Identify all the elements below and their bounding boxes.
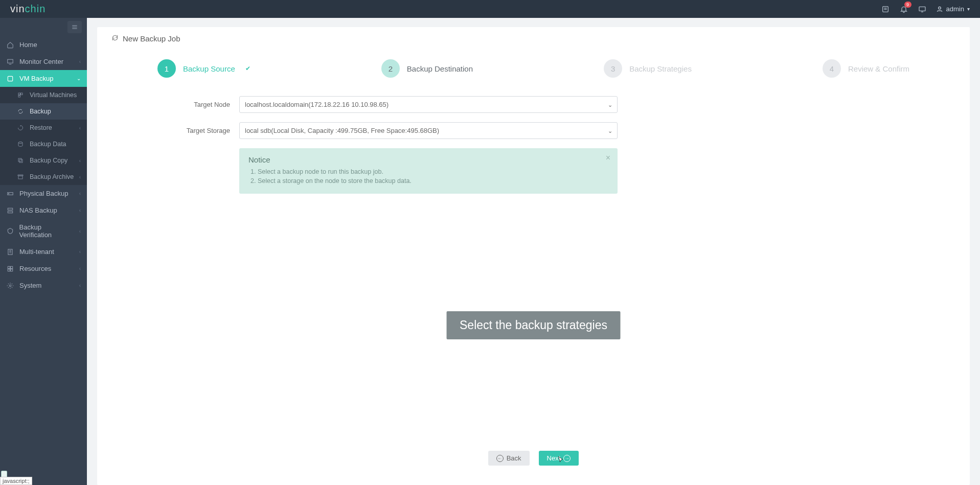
step-number: 4 (823, 59, 841, 78)
sidebar-item-backuparchive[interactable]: Backup Archive ‹ (0, 169, 87, 185)
chevron-icon: ‹ (79, 228, 81, 234)
step-label: Backup Strategies (629, 64, 692, 73)
verify-icon (6, 227, 14, 235)
check-icon: ✔ (245, 65, 250, 72)
logo-part2: chin (25, 3, 46, 15)
sidebar-item-resources[interactable]: Resources ‹ (0, 260, 87, 277)
resources-icon (6, 265, 14, 272)
svg-rect-3 (8, 59, 13, 63)
sidebar-item-restore[interactable]: Restore ‹ (0, 120, 87, 136)
chevron-icon: ‹ (79, 207, 81, 213)
chevron-icon: ‹ (79, 174, 81, 180)
footer-buttons: ← Back Next → (111, 442, 955, 478)
copy-icon (16, 157, 25, 164)
target-node-select[interactable]: localhost.localdomain(172.18.22.16 10.10… (239, 96, 618, 113)
svg-point-2 (938, 7, 941, 9)
chevron-icon: ‹ (79, 249, 81, 255)
arrow-left-icon: ← (496, 455, 504, 462)
refresh-icon (16, 108, 25, 114)
logo[interactable]: vinchin (10, 3, 45, 15)
sidebar-label: Restore (30, 124, 52, 131)
sidebar-item-vms[interactable]: Virtual Machines (0, 87, 87, 103)
svg-point-21 (9, 285, 11, 287)
row-target-node: Target Node localhost.localdomain(172.18… (157, 96, 909, 113)
refresh-icon[interactable] (111, 34, 119, 43)
step-number: 3 (604, 59, 622, 78)
target-node-label: Target Node (157, 101, 239, 108)
sidebar-item-monitor[interactable]: Monitor Center ‹ (0, 53, 87, 70)
chevron-icon: ‹ (79, 158, 81, 164)
sidebar-item-vmbackup[interactable]: VM Backup ⌄ (0, 70, 87, 87)
sidebar-label: Backup Copy (30, 157, 67, 164)
svg-rect-19 (8, 269, 10, 271)
sidebar-item-nas[interactable]: NAS Backup ‹ (0, 202, 87, 219)
sidebar-item-verification[interactable]: Backup Verification ‹ (0, 219, 87, 243)
chevron-icon: ‹ (79, 283, 81, 288)
nas-icon (6, 207, 14, 214)
svg-rect-15 (8, 211, 12, 213)
arrow-right-icon: → (563, 455, 571, 462)
svg-rect-1 (919, 7, 925, 11)
sidebar-label: Virtual Machines (30, 91, 77, 99)
next-label: Next (547, 454, 561, 462)
data-icon (16, 141, 25, 147)
sidebar-label: Backup Data (30, 141, 66, 148)
tenant-icon (6, 248, 14, 256)
row-target-storage: Target Storage local sdb(Local Disk, Cap… (157, 122, 909, 139)
notification-badge: 9 (904, 2, 911, 8)
bell-icon[interactable]: 9 (899, 5, 908, 14)
notice-line2: 2. Select a storage on the node to store… (250, 177, 608, 184)
vms-icon (16, 92, 25, 98)
chevron-icon: ‹ (79, 266, 81, 271)
step-3[interactable]: 3 Backup Strategies (604, 59, 692, 78)
svg-rect-9 (19, 159, 22, 163)
panel: New Backup Job 1 Backup Source ✔ 2 Backu… (97, 27, 970, 485)
username: admin (946, 5, 964, 13)
step-4[interactable]: 4 Review & Confirm (823, 59, 909, 78)
sidebar-toggle[interactable] (67, 21, 82, 33)
next-button[interactable]: Next → (539, 451, 579, 466)
screen-icon[interactable] (918, 5, 927, 14)
sidebar-label: VM Backup (19, 75, 53, 82)
page-title: New Backup Job (123, 34, 180, 43)
status-bar-hint: javascript:; (0, 477, 32, 485)
back-button[interactable]: ← Back (488, 451, 530, 466)
sidebar-label: NAS Backup (19, 206, 57, 214)
sidebar-label: Backup Verification (19, 223, 74, 239)
chevron-icon: ‹ (79, 191, 81, 196)
sidebar-label: Backup Archive (30, 173, 74, 180)
logo-part1: vin (10, 3, 25, 15)
topbar: vinchin 9 admin ▾ (0, 0, 980, 18)
step-2[interactable]: 2 Backup Destination (381, 59, 473, 78)
sidebar-item-system[interactable]: System ‹ (0, 277, 87, 294)
notice-box: × Notice 1. Select a backup node to run … (239, 148, 618, 194)
svg-point-8 (18, 142, 22, 144)
target-storage-select[interactable]: local sdb(Local Disk, Capacity :499.75GB… (239, 122, 618, 139)
tasks-icon[interactable] (881, 5, 890, 14)
svg-rect-6 (21, 93, 23, 95)
sidebar-label: Multi-tenant (19, 248, 54, 256)
chevron-icon: ‹ (79, 125, 81, 131)
chevron-down-icon: ⌄ (77, 76, 81, 81)
sidebar-item-backupdata[interactable]: Backup Data (0, 136, 87, 152)
sidebar: Home Monitor Center ‹ VM Backup ⌄ Virtua… (0, 18, 87, 485)
panel-title-row: New Backup Job (111, 34, 955, 49)
sidebar-item-backup[interactable]: Backup (0, 103, 87, 120)
step-label: Review & Confirm (848, 64, 909, 73)
user-menu[interactable]: admin ▾ (936, 5, 970, 13)
step-label: Backup Destination (407, 64, 473, 73)
sidebar-item-physical[interactable]: Physical Backup ‹ (0, 185, 87, 202)
monitor-icon (6, 58, 14, 65)
target-storage-label: Target Storage (157, 127, 239, 134)
step-label: Backup Source (183, 64, 235, 73)
sidebar-label: Monitor Center (19, 58, 63, 65)
svg-rect-17 (8, 266, 10, 268)
close-icon[interactable]: × (606, 153, 610, 163)
archive-icon (16, 174, 25, 180)
svg-point-13 (9, 193, 9, 194)
sidebar-item-multitenant[interactable]: Multi-tenant ‹ (0, 243, 87, 260)
sidebar-item-home[interactable]: Home (0, 36, 87, 53)
sidebar-item-backupcopy[interactable]: Backup Copy ‹ (0, 152, 87, 169)
step-1[interactable]: 1 Backup Source ✔ (157, 59, 250, 78)
sidebar-label: Home (19, 41, 37, 49)
